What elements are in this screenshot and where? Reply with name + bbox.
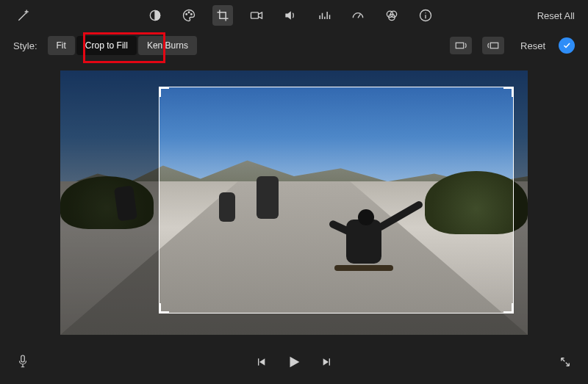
- volume-icon[interactable]: [280, 5, 301, 26]
- style-option-ken-burns[interactable]: Ken Burns: [138, 36, 197, 55]
- video-preview[interactable]: [60, 70, 528, 335]
- crop-dim-right: [514, 70, 528, 335]
- fullscreen-icon[interactable]: [559, 355, 572, 369]
- svg-rect-12: [21, 355, 25, 362]
- crop-rectangle[interactable]: [159, 87, 514, 314]
- svg-point-3: [191, 14, 193, 15]
- crop-handle-bl[interactable]: [159, 302, 171, 314]
- skip-forward-icon[interactable]: [321, 356, 333, 368]
- style-segmented-control: Fit Crop to Fill Ken Burns: [48, 36, 198, 55]
- crop-dim-left: [60, 70, 159, 335]
- crop-handle-tr[interactable]: [502, 87, 514, 98]
- crop-style-bar: Style: Fit Crop to Fill Ken Burns Reset: [0, 31, 588, 60]
- playback-bar: [0, 347, 588, 377]
- info-icon[interactable]: [415, 5, 436, 26]
- reset-button[interactable]: Reset: [520, 40, 545, 51]
- crop-handle-br[interactable]: [502, 302, 514, 314]
- equalizer-icon[interactable]: [314, 5, 334, 26]
- svg-point-1: [186, 14, 187, 15]
- contrast-icon[interactable]: [145, 5, 165, 26]
- apply-button[interactable]: [559, 37, 575, 54]
- crop-dim-top: [159, 70, 514, 87]
- crop-dim-bottom: [159, 314, 514, 335]
- style-option-fit[interactable]: Fit: [48, 36, 75, 55]
- camera-icon[interactable]: [246, 5, 267, 26]
- rotate-ccw-button[interactable]: [450, 37, 472, 54]
- crop-icon[interactable]: [212, 5, 233, 26]
- svg-rect-10: [456, 43, 464, 48]
- play-icon[interactable]: [286, 354, 302, 370]
- svg-point-2: [188, 12, 190, 13]
- style-option-crop-to-fill[interactable]: Crop to Fill: [76, 36, 137, 55]
- skip-back-icon[interactable]: [255, 356, 267, 368]
- rotate-cw-button[interactable]: [482, 37, 504, 54]
- crop-handle-tl[interactable]: [159, 87, 171, 98]
- svg-point-9: [425, 12, 426, 13]
- microphone-icon[interactable]: [16, 354, 29, 370]
- magic-wand-icon[interactable]: [13, 5, 34, 26]
- svg-rect-4: [251, 12, 259, 18]
- color-palette-icon[interactable]: [179, 5, 199, 26]
- style-label: Style:: [13, 40, 37, 51]
- speedometer-icon[interactable]: [348, 5, 368, 26]
- adjustments-toolbar: Reset All: [0, 0, 588, 31]
- svg-rect-11: [490, 43, 498, 48]
- reset-all-button[interactable]: Reset All: [537, 10, 575, 21]
- color-balance-icon[interactable]: [381, 5, 402, 26]
